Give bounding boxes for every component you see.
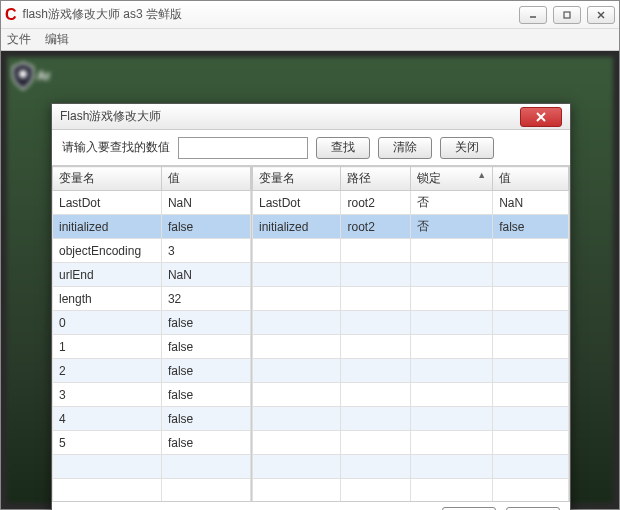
table-row[interactable]: initializedroot2否false [253,215,569,239]
window-title: flash游戏修改大师 as3 尝鲜版 [23,6,519,23]
table-row[interactable]: initializedfalse [53,215,251,239]
clear-button[interactable]: 清除 [378,137,432,159]
game-logo: Ar [11,61,50,91]
col-path[interactable]: 路径 [341,167,411,191]
cell-name: 0 [53,311,162,335]
right-table-wrap[interactable]: 变量名 路径 锁定▲ 值 LastDotroot2否NaNinitialized… [252,166,570,501]
table-row[interactable]: 0false [53,311,251,335]
search-row: 请输入要查找的数值 查找 清除 关闭 [52,130,570,166]
search-input[interactable] [178,137,308,159]
table-row [253,383,569,407]
cell-value: false [161,407,250,431]
cell-name: 5 [53,431,162,455]
dialog-close-button[interactable] [520,107,562,127]
table-row[interactable]: length32 [53,287,251,311]
window-controls [519,6,615,24]
cell-path: root2 [341,215,411,239]
cell-value: false [161,215,250,239]
search-button[interactable]: 查找 [316,137,370,159]
app-window: C flash游戏修改大师 as3 尝鲜版 文件 编辑 Ar Flash游戏修改… [0,0,620,510]
table-row[interactable]: objectEncoding3 [53,239,251,263]
results-table: 变量名 值 LastDotNaNinitializedfalseobjectEn… [52,166,251,501]
table-row [253,311,569,335]
cell-locked: 否 [410,191,492,215]
cell-name: 1 [53,335,162,359]
search-label: 请输入要查找的数值 [62,139,170,156]
col-name[interactable]: 变量名 [253,167,341,191]
minimize-button[interactable] [519,6,547,24]
table-row[interactable]: 1false [53,335,251,359]
svg-point-4 [19,70,27,78]
table-row [253,407,569,431]
col-locked[interactable]: 锁定▲ [410,167,492,191]
svg-rect-1 [564,12,570,18]
cell-locked: 否 [410,215,492,239]
cell-name: objectEncoding [53,239,162,263]
table-row [253,287,569,311]
cell-value: NaN [161,191,250,215]
app-icon: C [5,6,17,24]
cell-path: root2 [341,191,411,215]
table-row[interactable]: 5false [53,431,251,455]
menubar: 文件 编辑 [1,29,619,51]
close-button[interactable] [587,6,615,24]
cell-value: NaN [161,263,250,287]
table-row [253,359,569,383]
menu-file[interactable]: 文件 [7,31,31,48]
cell-value: 32 [161,287,250,311]
table-row [53,479,251,502]
sort-indicator-icon: ▲ [477,170,486,180]
col-var-value[interactable]: 值 [161,167,250,191]
table-row [253,455,569,479]
table-row[interactable]: LastDotroot2否NaN [253,191,569,215]
col-var-name[interactable]: 变量名 [53,167,162,191]
cell-value: 3 [161,239,250,263]
cell-name: 3 [53,383,162,407]
cell-value: false [493,215,569,239]
tables-container: 变量名 值 LastDotNaNinitializedfalseobjectEn… [52,166,570,502]
table-row[interactable]: 2false [53,359,251,383]
cell-name: initialized [253,215,341,239]
shield-icon [11,61,35,91]
cell-name: urlEnd [53,263,162,287]
table-row[interactable]: 3false [53,383,251,407]
table-row [253,239,569,263]
table-row[interactable]: 4false [53,407,251,431]
table-row [53,455,251,479]
table-row [253,335,569,359]
table-row [253,263,569,287]
close-action-button[interactable]: 关闭 [440,137,494,159]
cell-name: length [53,287,162,311]
maximize-button[interactable] [553,6,581,24]
cell-name: 2 [53,359,162,383]
watch-table: 变量名 路径 锁定▲ 值 LastDotroot2否NaNinitialized… [252,166,569,501]
titlebar: C flash游戏修改大师 as3 尝鲜版 [1,1,619,29]
col-value[interactable]: 值 [493,167,569,191]
dialog-title: Flash游戏修改大师 [60,108,520,125]
cell-value: false [161,311,250,335]
cell-name: LastDot [253,191,341,215]
cell-name: initialized [53,215,162,239]
cell-value: NaN [493,191,569,215]
cell-name: LastDot [53,191,162,215]
menu-edit[interactable]: 编辑 [45,31,69,48]
content-area: Ar Flash游戏修改大师 请输入要查找的数值 查找 清除 关闭 [1,51,619,509]
close-icon [535,112,547,122]
cell-value: false [161,383,250,407]
cell-value: false [161,335,250,359]
table-row[interactable]: LastDotNaN [53,191,251,215]
table-row [253,479,569,502]
cell-value: false [161,359,250,383]
cheat-dialog: Flash游戏修改大师 请输入要查找的数值 查找 清除 关闭 [51,103,571,510]
table-row[interactable]: urlEndNaN [53,263,251,287]
cell-name: 4 [53,407,162,431]
dialog-footer: 找到变量数:58 当前值:false 移除 清空 [52,502,570,510]
left-table-wrap[interactable]: 变量名 值 LastDotNaNinitializedfalseobjectEn… [52,166,252,501]
cell-value: false [161,431,250,455]
dialog-titlebar: Flash游戏修改大师 [52,104,570,130]
table-row [253,431,569,455]
